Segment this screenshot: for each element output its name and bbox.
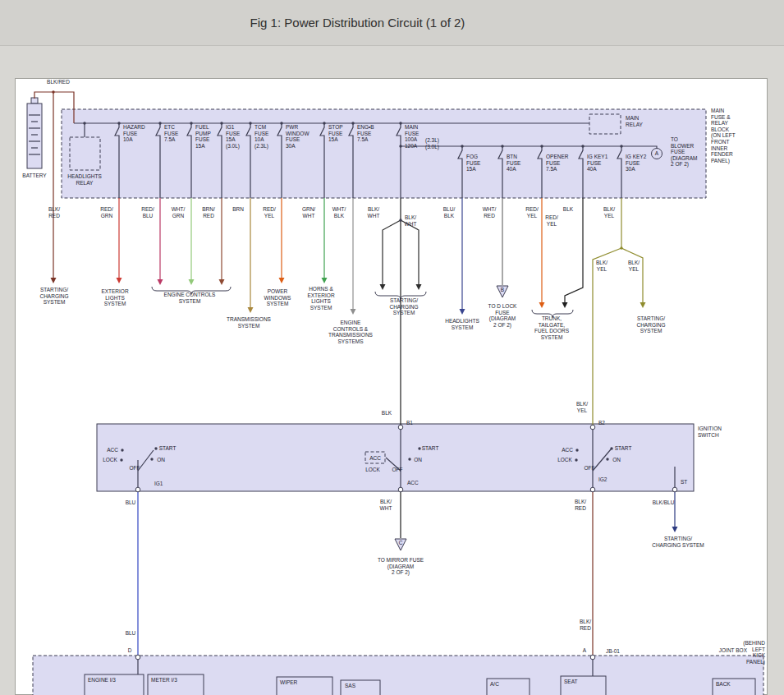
position-label: ON — [157, 457, 165, 463]
wire-label: BLK/ RED — [580, 619, 591, 631]
wire-label: BLK/ YEL — [576, 401, 588, 413]
terminal-label: A — [583, 647, 586, 654]
system-label: STARTING/ CHARGING SYSTEM — [636, 315, 665, 334]
position-label: ACC — [107, 447, 118, 453]
system-label: POWER WINDOWS SYSTEM — [264, 288, 291, 307]
fuse-label: A/C — [490, 681, 499, 688]
system-label: STARTING/ CHARGING SYSTEM — [652, 536, 704, 548]
wire-label: BLK/ RED — [48, 206, 60, 219]
wire-label: BRN/ RED — [202, 206, 215, 219]
terminal-label: B1 — [406, 420, 413, 426]
fuse-label: PWR WINDOW FUSE 30A — [286, 124, 309, 149]
system-label: ENGINE CONTROLS & TRANSMISSIONS SYSTEMS — [328, 320, 373, 344]
fuse-label: ENGINE I/3 — [88, 677, 116, 683]
wire-label: BRN — [232, 206, 244, 213]
terminal-label: B2 — [598, 420, 605, 426]
fuse-label: TCM FUSE 10A (2.3L) — [254, 124, 268, 149]
fuse-label: WIPER — [280, 679, 297, 686]
fuse-label: SAS — [345, 683, 355, 689]
wire-label: BLK/ WHT — [368, 206, 380, 219]
fuse-label: METER I/3 — [151, 677, 177, 683]
note-label: TO MIRROR FUSE (DIAGRAM 2 OF 2) — [378, 557, 424, 576]
terminal-label: ST — [681, 479, 687, 486]
screen: Fig 1: Power Distribution Circuit (1 of … — [0, 0, 784, 695]
system-label: STARTING/ CHARGING SYSTEM — [389, 297, 418, 316]
wire-label: BLK — [382, 410, 392, 417]
wire-label: RED/ YEL — [545, 214, 558, 227]
wire-label: BLK/ YEL — [596, 260, 607, 272]
wire-label: RED/ BLU — [141, 206, 154, 219]
wire-label: BLK/ YEL — [603, 206, 615, 219]
wire-label: BLK/RED — [47, 79, 70, 85]
wire-label: GRN/ WHT — [302, 206, 315, 219]
terminal-label: ACC — [407, 480, 419, 486]
component-label: MAIN RELAY — [626, 115, 643, 127]
component-label: HEADLIGHTS RELAY — [67, 173, 102, 186]
terminal-label: D — [128, 647, 132, 654]
fuse-label: BACK — [716, 681, 731, 688]
fuse-label: FUEL PUMP FUSE 15A — [195, 124, 211, 149]
position-label: ACC — [562, 447, 573, 453]
system-label: TRUNK, TAILGATE, FUEL DOORS SYSTEM — [534, 315, 569, 340]
position-label: LOCK — [103, 457, 117, 463]
component-label: BATTERY — [22, 173, 46, 179]
wire-label: BLK/BLU — [653, 499, 675, 506]
position-label: LOCK — [365, 467, 380, 473]
fuse-label: OPENER FUSE 7.5A — [546, 154, 568, 173]
wire-label: BLK/ WHT — [405, 214, 417, 227]
position-label: ON — [414, 457, 422, 463]
note-label: TO BLOWER FUSE (DIAGRAM 2 OF 2) — [671, 136, 698, 168]
fuse-label: SEAT — [564, 679, 578, 685]
position-label: ON — [612, 457, 621, 463]
note-label: TO D LOCK FUSE (DIAGRAM 2 OF 2) — [488, 303, 517, 328]
wire-label: WHT/ BLK — [332, 206, 346, 219]
system-label: EXTERIOR LIGHTS SYSTEM — [101, 288, 128, 307]
wire-label: WHT/ RED — [483, 206, 497, 219]
fuse-label: IG KEY2 FUSE 30A — [626, 154, 646, 173]
system-label: TRANSMISSIONS SYSTEM — [227, 316, 271, 329]
fuse-label: HAZARD FUSE 10A — [123, 124, 145, 143]
note-label: JB-01 — [606, 648, 620, 655]
wire-label: RED/ GRN — [100, 206, 113, 219]
note-label: JOINT BOX — [719, 647, 747, 654]
wire-label: BLK/ YEL — [628, 260, 640, 272]
position-label: ACC — [369, 455, 381, 462]
position-label: OFF — [585, 465, 595, 472]
wire-label: BLK/ RED — [575, 499, 586, 511]
system-label: STARTING/ CHARGING SYSTEM — [39, 287, 68, 306]
position-label: OFF — [130, 465, 140, 472]
position-label: START — [159, 445, 177, 452]
fuse-label: (2.3L) (3.0L) — [425, 137, 439, 150]
wire-label: BLU — [126, 630, 136, 637]
fuse-label: BTN FUSE 40A — [507, 154, 520, 173]
fuse-label: FOG FUSE 15A — [466, 154, 480, 173]
note-label: MAIN FUSE & RELAY BLOCK (ON LEFT FRONT I… — [711, 108, 736, 163]
fuse-label: IG1 FUSE 15A (3.0L) — [226, 124, 240, 149]
terminal-label: IG2 — [598, 476, 607, 483]
position-label: START — [615, 445, 632, 452]
position-label: OFF — [392, 467, 403, 473]
wire-label: BLU/ BLK — [443, 206, 455, 219]
wire-label: BLK/ WHT — [380, 499, 392, 511]
wire-label: BLU — [126, 499, 136, 506]
system-label: HEADLIGHTS SYSTEM — [445, 318, 479, 330]
fuse-label: STOP FUSE 15A — [328, 124, 343, 143]
system-label: ENGINE CONTROLS SYSTEM — [164, 292, 216, 304]
fuse-label: ETC FUSE 7.5A — [164, 124, 178, 143]
fuse-label: ENG•B FUSE 7.5A — [357, 124, 374, 143]
wire-label: WHT/ GRN — [172, 206, 186, 219]
fuse-label: MAIN FUSE 100A 120A — [405, 124, 419, 149]
wire-label: BLK — [563, 206, 573, 213]
component-label: IGNITION SWITCH — [698, 426, 722, 438]
position-label: LOCK — [557, 457, 572, 463]
wire-label: RED/ YEL — [263, 206, 276, 219]
diagram-labels-layer: BLK/REDBATTERYHEADLIGHTS RELAYMAIN RELAY… — [0, 0, 784, 695]
terminal-label: IG1 — [154, 481, 163, 487]
fuse-label: IG KEY1 FUSE 40A — [587, 154, 607, 173]
wire-label: RED/ YEL — [525, 206, 539, 219]
system-label: HORNS & EXTERIOR LIGHTS SYSTEM — [307, 286, 334, 311]
position-label: START — [422, 445, 439, 452]
